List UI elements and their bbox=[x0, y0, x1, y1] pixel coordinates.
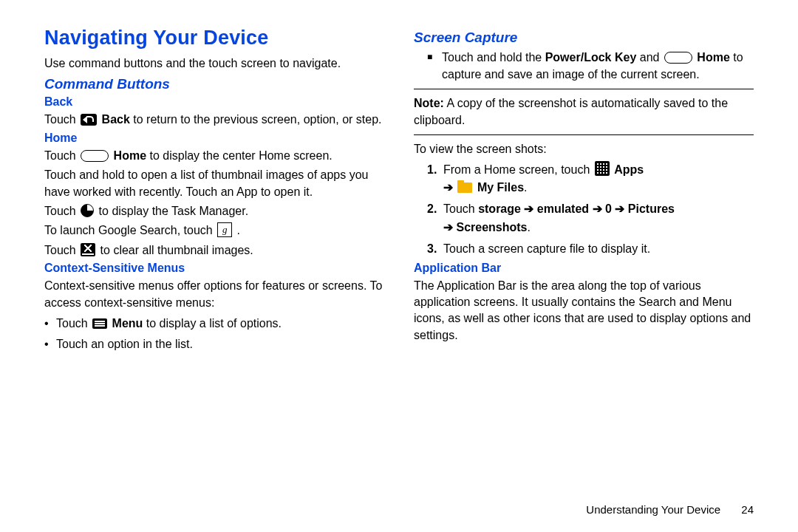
back-label: Back bbox=[102, 113, 130, 126]
text: to display a list of options. bbox=[146, 317, 282, 330]
text: Touch bbox=[44, 113, 79, 126]
application-bar-text: The Application Bar is the area along th… bbox=[414, 278, 754, 344]
note-text: A copy of the screenshot is automaticall… bbox=[414, 97, 728, 126]
text: Touch bbox=[44, 205, 79, 217]
list-item: Touch an option in the list. bbox=[44, 335, 384, 354]
list-item: Touch and hold the Power/Lock Key and Ho… bbox=[427, 49, 754, 83]
apps-grid-icon bbox=[595, 161, 610, 176]
footer-section: Understanding Your Device bbox=[586, 503, 720, 516]
home-p2: Touch and hold to open a list of thumbna… bbox=[44, 167, 384, 200]
text: and bbox=[640, 51, 663, 64]
page-number: 24 bbox=[741, 503, 754, 516]
text: Touch bbox=[443, 202, 478, 215]
context-menus-heading: Context-Sensitive Menus bbox=[44, 262, 384, 275]
arrow-icon: ➔ bbox=[443, 221, 456, 233]
back-icon bbox=[81, 114, 97, 126]
text: to return to the previous screen, option… bbox=[133, 113, 381, 126]
list-item: From a Home screen, touch Apps ➔ My File… bbox=[427, 161, 754, 198]
text: To launch Google Search, touch bbox=[44, 224, 216, 236]
home-p5: Touch to clear all thumbnail images. bbox=[44, 242, 384, 259]
text: Touch bbox=[56, 317, 91, 330]
divider bbox=[414, 134, 754, 135]
home-p1: Touch Home to display the center Home sc… bbox=[44, 148, 384, 164]
divider bbox=[414, 89, 754, 89]
clear-thumbnails-icon bbox=[81, 243, 95, 256]
note-paragraph: Note: A copy of the screenshot is automa… bbox=[414, 95, 754, 129]
power-lock-key-label: Power/Lock Key bbox=[545, 51, 637, 64]
text: to display the Task Manager. bbox=[99, 205, 249, 217]
zero-label: 0 bbox=[605, 202, 612, 215]
text: From a Home screen, touch bbox=[443, 163, 593, 176]
arrow-icon: ➔ bbox=[524, 202, 536, 215]
google-search-icon: g bbox=[217, 222, 232, 237]
note-label: Note: bbox=[414, 97, 444, 109]
my-files-label: My Files bbox=[477, 181, 524, 194]
text: to clear all thumbnail images. bbox=[100, 244, 253, 256]
text: . bbox=[528, 221, 531, 233]
arrow-icon: ➔ bbox=[443, 181, 456, 194]
screenshots-label: Screenshots bbox=[456, 221, 527, 233]
task-manager-icon bbox=[81, 204, 94, 217]
view-steps: From a Home screen, touch Apps ➔ My File… bbox=[427, 161, 754, 259]
text: . bbox=[524, 181, 527, 194]
list-item: Touch Menu to display a list of options. bbox=[44, 314, 384, 333]
storage-label: storage bbox=[478, 202, 521, 215]
text: Touch bbox=[44, 149, 79, 162]
arrow-icon: ➔ bbox=[593, 202, 605, 215]
application-bar-heading: Application Bar bbox=[414, 262, 754, 275]
home-heading: Home bbox=[44, 132, 384, 145]
home-icon bbox=[664, 52, 692, 64]
command-buttons-heading: Command Buttons bbox=[44, 76, 384, 92]
view-intro: To view the screen shots: bbox=[414, 141, 754, 157]
back-heading: Back bbox=[44, 95, 384, 109]
text: to display the center Home screen. bbox=[150, 149, 332, 162]
list-item: Touch a screen capture file to display i… bbox=[427, 240, 754, 259]
folder-icon bbox=[457, 183, 472, 193]
page-footer: Understanding Your Device 24 bbox=[586, 503, 754, 516]
home-p3: Touch to display the Task Manager. bbox=[44, 203, 384, 219]
home-p4: To launch Google Search, touch g . bbox=[44, 222, 384, 239]
home-label: Home bbox=[697, 51, 729, 64]
back-paragraph: Touch Back to return to the previous scr… bbox=[44, 112, 384, 128]
menu-icon bbox=[92, 318, 107, 329]
list-item: Touch storage ➔ emulated ➔ 0 ➔ Pictures … bbox=[427, 200, 754, 237]
screen-capture-heading: Screen Capture bbox=[414, 30, 754, 46]
intro-text: Use command buttons and the touch screen… bbox=[44, 55, 384, 72]
context-menus-text: Context-sensitive menus offer options fo… bbox=[44, 278, 384, 311]
page-title: Navigating Your Device bbox=[44, 27, 384, 50]
emulated-label: emulated bbox=[537, 202, 589, 215]
apps-label: Apps bbox=[614, 163, 644, 176]
pictures-label: Pictures bbox=[628, 202, 675, 215]
menu-label: Menu bbox=[112, 317, 143, 330]
arrow-icon: ➔ bbox=[615, 202, 627, 215]
home-icon bbox=[81, 150, 109, 162]
text: . bbox=[237, 224, 240, 236]
text: Touch bbox=[44, 244, 79, 256]
text: Touch and hold the bbox=[442, 51, 545, 64]
screen-capture-steps: Touch and hold the Power/Lock Key and Ho… bbox=[427, 49, 754, 83]
context-menus-list: Touch Menu to display a list of options.… bbox=[44, 314, 384, 353]
home-label: Home bbox=[114, 149, 146, 162]
